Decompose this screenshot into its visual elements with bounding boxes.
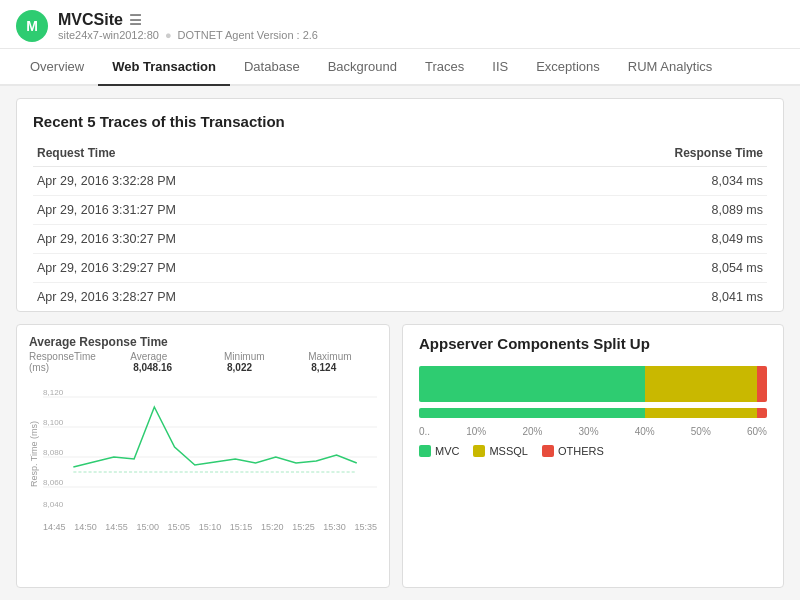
stat-maximum: Maximum 8,124 [308, 351, 377, 373]
header: M MVCSite ☰ site24x7-win2012:80 ● DOTNET… [0, 0, 800, 49]
bar-row-2 [419, 408, 767, 418]
col-response-time: Response Time [476, 140, 767, 167]
tab-database[interactable]: Database [230, 49, 314, 86]
mvc-legend-label: MVC [435, 445, 459, 457]
request-time-cell: Apr 29, 2016 3:30:27 PM [33, 225, 476, 254]
chart-x-labels: 14:45 14:50 14:55 15:00 15:05 15:10 15:1… [43, 522, 377, 532]
others-legend-dot [542, 445, 554, 457]
request-time-cell: Apr 29, 2016 3:31:27 PM [33, 196, 476, 225]
stat-label: ResponseTime (ms) [29, 351, 112, 373]
header-meta: site24x7-win2012:80 ● DOTNET Agent Versi… [58, 29, 784, 41]
tab-traces[interactable]: Traces [411, 49, 478, 86]
mvc-bar-segment [419, 366, 645, 402]
legend: MVC MSSQL OTHERS [419, 445, 767, 457]
table-row[interactable]: Apr 29, 2016 3:30:27 PM8,049 ms [33, 225, 767, 254]
legend-mssql: MSSQL [473, 445, 528, 457]
tab-web-transaction[interactable]: Web Transaction [98, 49, 230, 86]
traces-table: Request Time Response Time Apr 29, 2016 … [33, 140, 767, 311]
tab-rum-analytics[interactable]: RUM Analytics [614, 49, 727, 86]
others-legend-label: OTHERS [558, 445, 604, 457]
tab-iis[interactable]: IIS [478, 49, 522, 86]
main-content: Recent 5 Traces of this Transaction Requ… [0, 86, 800, 600]
bottom-row: Average Response Time ResponseTime (ms) … [16, 324, 784, 588]
response-time-svg: 8,120 8,100 8,080 8,060 8,040 [43, 377, 377, 517]
tab-background[interactable]: Background [314, 49, 411, 86]
tab-exceptions[interactable]: Exceptions [522, 49, 614, 86]
mssql-legend-label: MSSQL [489, 445, 528, 457]
response-time-cell: 8,049 ms [476, 225, 767, 254]
split-title: Appserver Components Split Up [419, 335, 767, 352]
split-chart-card: Appserver Components Split Up [402, 324, 784, 588]
col-request-time: Request Time [33, 140, 476, 167]
response-time-cell: 8,041 ms [476, 283, 767, 312]
app-title: MVCSite ☰ [58, 11, 784, 29]
traces-card-title: Recent 5 Traces of this Transaction [33, 113, 767, 130]
bar-row [419, 366, 767, 402]
request-time-cell: Apr 29, 2016 3:28:27 PM [33, 283, 476, 312]
mvc-legend-dot [419, 445, 431, 457]
svg-text:8,100: 8,100 [43, 418, 64, 427]
svg-text:8,040: 8,040 [43, 500, 64, 509]
y-axis-label: Resp. Time (ms) [29, 421, 39, 487]
app-logo: M [16, 10, 48, 42]
svg-text:8,060: 8,060 [43, 478, 64, 487]
bar-chart-area [419, 366, 767, 418]
traces-card: Recent 5 Traces of this Transaction Requ… [16, 98, 784, 312]
response-time-cell: 8,054 ms [476, 254, 767, 283]
header-info: MVCSite ☰ site24x7-win2012:80 ● DOTNET A… [58, 11, 784, 41]
legend-mvc: MVC [419, 445, 459, 457]
response-time-cell: 8,089 ms [476, 196, 767, 225]
others-bar-segment [757, 366, 767, 402]
mssql-legend-dot [473, 445, 485, 457]
others-bar-segment-2 [757, 408, 767, 418]
table-row[interactable]: Apr 29, 2016 3:31:27 PM8,089 ms [33, 196, 767, 225]
svg-text:8,120: 8,120 [43, 388, 64, 397]
avg-response-chart-card: Average Response Time ResponseTime (ms) … [16, 324, 390, 588]
response-time-cell: 8,034 ms [476, 167, 767, 196]
svg-text:8,080: 8,080 [43, 448, 64, 457]
chart-svg-wrapper: 8,120 8,100 8,080 8,060 8,040 14:45 [43, 377, 377, 532]
chart-stats: ResponseTime (ms) Average 8,048.16 Minim… [29, 351, 377, 373]
mvc-bar-segment-2 [419, 408, 645, 418]
app-container: M MVCSite ☰ site24x7-win2012:80 ● DOTNET… [0, 0, 800, 600]
request-time-cell: Apr 29, 2016 3:29:27 PM [33, 254, 476, 283]
request-time-cell: Apr 29, 2016 3:32:28 PM [33, 167, 476, 196]
stat-minimum: Minimum 8,022 [224, 351, 290, 373]
table-row[interactable]: Apr 29, 2016 3:29:27 PM8,054 ms [33, 254, 767, 283]
hamburger-icon[interactable]: ☰ [129, 12, 142, 28]
chart-inner: Resp. Time (ms) 8,120 8,100 8,080 [29, 377, 377, 532]
mssql-bar-segment-2 [645, 408, 756, 418]
table-row[interactable]: Apr 29, 2016 3:28:27 PM8,041 ms [33, 283, 767, 312]
stat-average: Average 8,048.16 [130, 351, 206, 373]
nav-tabs: Overview Web Transaction Database Backgr… [0, 49, 800, 86]
tab-overview[interactable]: Overview [16, 49, 98, 86]
chart-title: Average Response Time [29, 335, 377, 349]
bar-x-labels: 0.. 10% 20% 30% 40% 50% 60% [419, 426, 767, 437]
legend-others: OTHERS [542, 445, 604, 457]
table-row[interactable]: Apr 29, 2016 3:32:28 PM8,034 ms [33, 167, 767, 196]
mssql-bar-segment [645, 366, 756, 402]
